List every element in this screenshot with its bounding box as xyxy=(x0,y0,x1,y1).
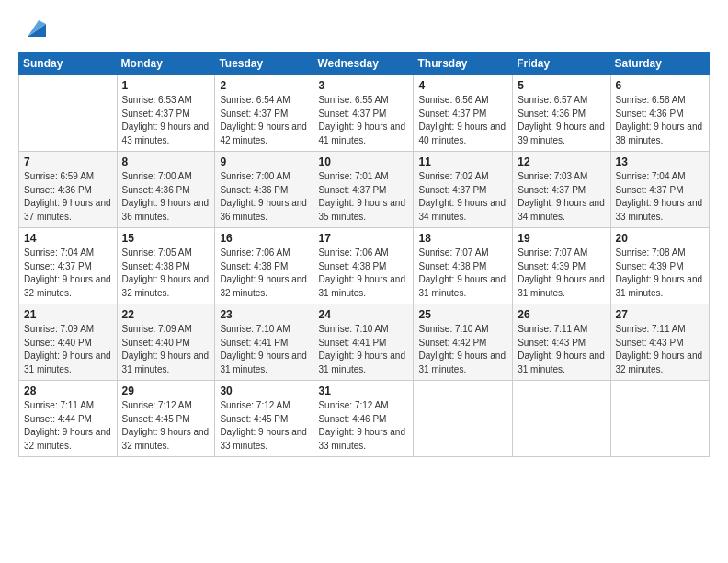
calendar-cell: 12Sunrise: 7:03 AMSunset: 4:37 PMDayligh… xyxy=(513,152,610,228)
calendar-cell: 20Sunrise: 7:08 AMSunset: 4:39 PMDayligh… xyxy=(610,228,709,304)
day-info: Sunrise: 7:01 AMSunset: 4:37 PMDaylight:… xyxy=(318,170,408,224)
day-info: Sunrise: 7:04 AMSunset: 4:37 PMDaylight:… xyxy=(616,170,704,224)
calendar-cell: 2Sunrise: 6:54 AMSunset: 4:37 PMDaylight… xyxy=(215,75,313,152)
day-number: 11 xyxy=(418,155,507,168)
calendar-cell: 15Sunrise: 7:05 AMSunset: 4:38 PMDayligh… xyxy=(117,228,215,304)
day-number: 5 xyxy=(518,79,605,92)
day-info: Sunrise: 6:57 AMSunset: 4:36 PMDaylight:… xyxy=(518,94,605,147)
day-info: Sunrise: 7:11 AMSunset: 4:43 PMDaylight:… xyxy=(518,323,605,376)
day-info: Sunrise: 7:10 AMSunset: 4:42 PMDaylight:… xyxy=(418,323,507,376)
day-number: 9 xyxy=(220,155,308,168)
calendar-header-wednesday: Wednesday xyxy=(313,52,414,75)
calendar-cell: 19Sunrise: 7:07 AMSunset: 4:39 PMDayligh… xyxy=(513,228,610,304)
day-info: Sunrise: 7:09 AMSunset: 4:40 PMDaylight:… xyxy=(122,323,210,376)
calendar-cell xyxy=(19,75,118,152)
calendar-cell: 10Sunrise: 7:01 AMSunset: 4:37 PMDayligh… xyxy=(313,152,414,228)
day-info: Sunrise: 7:02 AMSunset: 4:37 PMDaylight:… xyxy=(418,170,507,224)
calendar-header-friday: Friday xyxy=(513,52,610,75)
day-info: Sunrise: 6:56 AMSunset: 4:37 PMDaylight:… xyxy=(418,94,507,147)
day-number: 25 xyxy=(418,308,507,321)
day-number: 31 xyxy=(318,385,408,397)
day-info: Sunrise: 7:11 AMSunset: 4:43 PMDaylight:… xyxy=(616,323,704,376)
calendar-cell: 26Sunrise: 7:11 AMSunset: 4:43 PMDayligh… xyxy=(513,304,610,381)
calendar-cell: 7Sunrise: 6:59 AMSunset: 4:36 PMDaylight… xyxy=(19,152,118,228)
calendar-header-thursday: Thursday xyxy=(414,52,513,75)
calendar-cell: 17Sunrise: 7:06 AMSunset: 4:38 PMDayligh… xyxy=(313,228,414,304)
day-info: Sunrise: 6:54 AMSunset: 4:37 PMDaylight:… xyxy=(220,94,308,147)
calendar-header-monday: Monday xyxy=(117,52,215,75)
day-number: 12 xyxy=(518,155,605,168)
day-info: Sunrise: 6:59 AMSunset: 4:36 PMDaylight:… xyxy=(24,170,112,224)
day-info: Sunrise: 6:55 AMSunset: 4:37 PMDaylight:… xyxy=(318,94,408,147)
calendar-week-row: 28Sunrise: 7:11 AMSunset: 4:44 PMDayligh… xyxy=(19,381,710,457)
day-number: 26 xyxy=(518,308,605,321)
day-number: 6 xyxy=(616,79,704,92)
day-info: Sunrise: 7:00 AMSunset: 4:36 PMDaylight:… xyxy=(122,170,210,224)
day-number: 15 xyxy=(122,232,210,245)
day-number: 8 xyxy=(122,155,210,168)
day-info: Sunrise: 7:06 AMSunset: 4:38 PMDaylight:… xyxy=(220,247,308,300)
calendar-cell: 25Sunrise: 7:10 AMSunset: 4:42 PMDayligh… xyxy=(414,304,513,381)
day-info: Sunrise: 7:10 AMSunset: 4:41 PMDaylight:… xyxy=(220,323,308,376)
calendar-cell xyxy=(610,381,709,457)
day-info: Sunrise: 6:58 AMSunset: 4:36 PMDaylight:… xyxy=(616,94,704,147)
page-header xyxy=(18,17,710,42)
day-number: 7 xyxy=(24,155,112,168)
day-info: Sunrise: 7:05 AMSunset: 4:38 PMDaylight:… xyxy=(122,247,210,300)
calendar-cell: 22Sunrise: 7:09 AMSunset: 4:40 PMDayligh… xyxy=(117,304,215,381)
day-number: 28 xyxy=(24,385,112,397)
calendar-cell: 6Sunrise: 6:58 AMSunset: 4:36 PMDaylight… xyxy=(610,75,709,152)
day-number: 27 xyxy=(616,308,704,321)
calendar-cell: 23Sunrise: 7:10 AMSunset: 4:41 PMDayligh… xyxy=(215,304,313,381)
day-number: 20 xyxy=(616,232,704,245)
calendar-week-row: 14Sunrise: 7:04 AMSunset: 4:37 PMDayligh… xyxy=(19,228,710,304)
calendar-cell: 4Sunrise: 6:56 AMSunset: 4:37 PMDaylight… xyxy=(414,75,513,152)
day-info: Sunrise: 7:06 AMSunset: 4:38 PMDaylight:… xyxy=(318,247,408,300)
calendar-cell: 24Sunrise: 7:10 AMSunset: 4:41 PMDayligh… xyxy=(313,304,414,381)
day-number: 30 xyxy=(220,385,308,397)
calendar-cell xyxy=(513,381,610,457)
calendar-cell: 18Sunrise: 7:07 AMSunset: 4:38 PMDayligh… xyxy=(414,228,513,304)
logo xyxy=(18,17,46,42)
day-number: 10 xyxy=(318,155,408,168)
calendar-cell: 31Sunrise: 7:12 AMSunset: 4:46 PMDayligh… xyxy=(313,381,414,457)
day-info: Sunrise: 7:12 AMSunset: 4:45 PMDaylight:… xyxy=(220,399,308,453)
calendar-cell: 16Sunrise: 7:06 AMSunset: 4:38 PMDayligh… xyxy=(215,228,313,304)
day-number: 16 xyxy=(220,232,308,245)
day-info: Sunrise: 7:12 AMSunset: 4:45 PMDaylight:… xyxy=(122,399,210,453)
calendar-cell: 11Sunrise: 7:02 AMSunset: 4:37 PMDayligh… xyxy=(414,152,513,228)
day-number: 24 xyxy=(318,308,408,321)
page-container: SundayMondayTuesdayWednesdayThursdayFrid… xyxy=(0,0,728,563)
calendar-header-saturday: Saturday xyxy=(610,52,709,75)
logo-icon xyxy=(20,17,46,42)
calendar-week-row: 1Sunrise: 6:53 AMSunset: 4:37 PMDaylight… xyxy=(19,75,710,152)
day-info: Sunrise: 7:07 AMSunset: 4:38 PMDaylight:… xyxy=(418,247,507,300)
calendar-header-sunday: Sunday xyxy=(19,52,118,75)
day-number: 17 xyxy=(318,232,408,245)
day-number: 21 xyxy=(24,308,112,321)
day-number: 22 xyxy=(122,308,210,321)
calendar-cell: 30Sunrise: 7:12 AMSunset: 4:45 PMDayligh… xyxy=(215,381,313,457)
day-info: Sunrise: 7:09 AMSunset: 4:40 PMDaylight:… xyxy=(24,323,112,376)
calendar-cell: 28Sunrise: 7:11 AMSunset: 4:44 PMDayligh… xyxy=(19,381,118,457)
day-number: 2 xyxy=(220,79,308,92)
calendar-cell xyxy=(414,381,513,457)
day-info: Sunrise: 7:07 AMSunset: 4:39 PMDaylight:… xyxy=(518,247,605,300)
calendar-cell: 1Sunrise: 6:53 AMSunset: 4:37 PMDaylight… xyxy=(117,75,215,152)
calendar-cell: 14Sunrise: 7:04 AMSunset: 4:37 PMDayligh… xyxy=(19,228,118,304)
day-info: Sunrise: 7:12 AMSunset: 4:46 PMDaylight:… xyxy=(318,399,408,453)
day-info: Sunrise: 7:10 AMSunset: 4:41 PMDaylight:… xyxy=(318,323,408,376)
day-number: 4 xyxy=(418,79,507,92)
calendar-cell: 3Sunrise: 6:55 AMSunset: 4:37 PMDaylight… xyxy=(313,75,414,152)
calendar-cell: 5Sunrise: 6:57 AMSunset: 4:36 PMDaylight… xyxy=(513,75,610,152)
calendar-cell: 13Sunrise: 7:04 AMSunset: 4:37 PMDayligh… xyxy=(610,152,709,228)
calendar-cell: 9Sunrise: 7:00 AMSunset: 4:36 PMDaylight… xyxy=(215,152,313,228)
calendar-cell: 29Sunrise: 7:12 AMSunset: 4:45 PMDayligh… xyxy=(117,381,215,457)
day-number: 1 xyxy=(122,79,210,92)
day-info: Sunrise: 6:53 AMSunset: 4:37 PMDaylight:… xyxy=(122,94,210,147)
calendar-table: SundayMondayTuesdayWednesdayThursdayFrid… xyxy=(18,52,710,457)
calendar-cell: 27Sunrise: 7:11 AMSunset: 4:43 PMDayligh… xyxy=(610,304,709,381)
calendar-header-row: SundayMondayTuesdayWednesdayThursdayFrid… xyxy=(19,52,710,75)
day-info: Sunrise: 7:00 AMSunset: 4:36 PMDaylight:… xyxy=(220,170,308,224)
day-info: Sunrise: 7:08 AMSunset: 4:39 PMDaylight:… xyxy=(616,247,704,300)
